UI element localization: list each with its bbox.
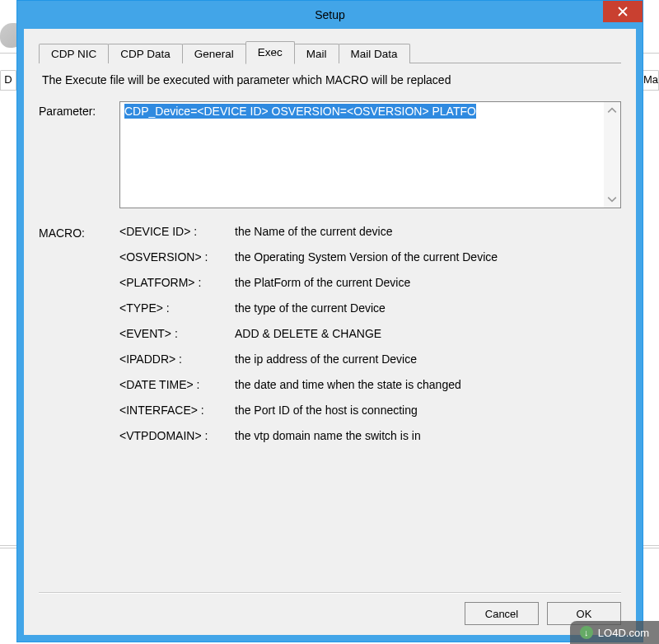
macro-desc: the date and time when the state is chan… — [235, 378, 621, 391]
macro-row: <DATE TIME> : the date and time when the… — [119, 378, 621, 391]
macro-key: <EVENT> : — [119, 327, 235, 340]
macro-desc: the PlatForm of the current Device — [235, 276, 621, 289]
macro-key: <INTERFACE> : — [119, 404, 235, 417]
tab-cdp-nic[interactable]: CDP NIC — [39, 44, 109, 63]
watermark: LO4D.com — [570, 621, 659, 644]
parameter-row: Parameter: CDP_Device=<DEVICE ID> OSVERS… — [39, 101, 621, 208]
tab-mail[interactable]: Mail — [294, 44, 339, 63]
background-tab-left[interactable]: D — [0, 70, 16, 90]
macro-table: <DEVICE ID> : the Name of the current de… — [119, 225, 621, 455]
macro-key: <VTPDOMAIN> : — [119, 429, 235, 442]
tabstrip: CDP NIC CDP Data General Exec Mail Mail … — [39, 40, 621, 63]
macro-desc: ADD & DELETE & CHANGE — [235, 327, 621, 340]
macro-key: <PLATFORM> : — [119, 276, 235, 289]
macro-desc: the Name of the current device — [235, 225, 621, 238]
macro-desc: the type of the current Device — [235, 301, 621, 315]
macro-key: <DEVICE ID> : — [119, 225, 235, 238]
download-icon — [580, 626, 593, 639]
macro-key: <TYPE> : — [119, 301, 235, 315]
macro-key: <DATE TIME> : — [119, 378, 235, 391]
tab-general[interactable]: General — [182, 44, 246, 63]
tab-cdp-data[interactable]: CDP Data — [108, 44, 183, 63]
macro-desc: the ip address of the current Device — [235, 352, 621, 366]
scroll-up-icon[interactable] — [607, 105, 617, 115]
macro-row: <INTERFACE> : the Port ID of the host is… — [119, 404, 621, 417]
button-divider — [39, 592, 621, 594]
close-icon — [618, 7, 628, 16]
exec-description: The Execute file will be executed with p… — [42, 73, 621, 86]
macro-row: <PLATFORM> : the PlatForm of the current… — [119, 276, 621, 289]
macro-desc: the vtp domain name the switch is in — [235, 429, 621, 442]
scroll-down-icon[interactable] — [607, 194, 617, 204]
titlebar: Setup — [17, 1, 643, 29]
close-button[interactable] — [603, 1, 643, 22]
parameter-selected-text: CDP_Device=<DEVICE ID> OSVERSION=<OSVERS… — [124, 104, 476, 119]
macro-desc: the Operating System Version of the curr… — [235, 250, 621, 264]
macro-key: <OSVERSION> : — [119, 250, 235, 264]
parameter-label: Parameter: — [39, 101, 113, 208]
macro-desc: the Port ID of the host is connecting — [235, 404, 621, 417]
parameter-text-content[interactable]: CDP_Device=<DEVICE ID> OSVERSION=<OSVERS… — [120, 102, 604, 208]
macro-key: <IPADDR> : — [119, 352, 235, 366]
macro-row: <EVENT> : ADD & DELETE & CHANGE — [119, 327, 621, 340]
parameter-textarea[interactable]: CDP_Device=<DEVICE ID> OSVERSION=<OSVERS… — [119, 101, 621, 208]
cancel-button[interactable]: Cancel — [465, 602, 539, 625]
macro-row: <OSVERSION> : the Operating System Versi… — [119, 250, 621, 264]
setup-dialog: Setup CDP NIC CDP Data General Exec Mail… — [16, 0, 643, 642]
macro-label: MACRO: — [39, 225, 113, 455]
macro-row: <IPADDR> : the ip address of the current… — [119, 352, 621, 366]
watermark-text: LO4D.com — [598, 627, 649, 639]
macro-row: <VTPDOMAIN> : the vtp domain name the sw… — [119, 429, 621, 442]
macro-row: <TYPE> : the type of the current Device — [119, 301, 621, 315]
dialog-body: CDP NIC CDP Data General Exec Mail Mail … — [17, 29, 643, 642]
dialog-title: Setup — [315, 8, 345, 21]
macro-section: MACRO: <DEVICE ID> : the Name of the cur… — [39, 225, 621, 455]
macro-row: <DEVICE ID> : the Name of the current de… — [119, 225, 621, 238]
tab-mail-data[interactable]: Mail Data — [339, 44, 410, 63]
parameter-scrollbar[interactable] — [604, 102, 620, 208]
tab-exec[interactable]: Exec — [245, 41, 295, 64]
